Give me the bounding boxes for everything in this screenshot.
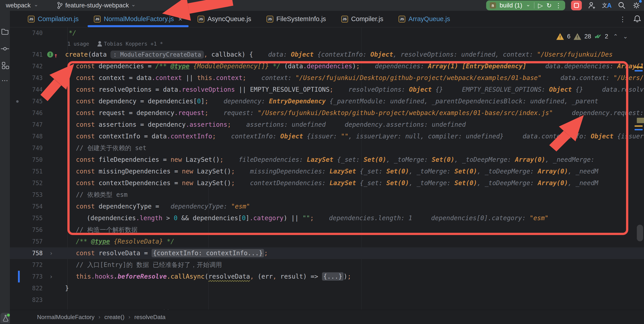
line-number: 751 [10,166,43,177]
scrollbar-thumb[interactable] [637,225,643,241]
line-number: 749 [10,142,43,154]
code-line-747: 747const assertions = dependency.asserti… [10,119,644,131]
code-line-742: 742const dependencies = /** @type {Modul… [10,61,644,72]
code-text[interactable]: */ [69,28,76,39]
divider [534,2,534,9]
code-text[interactable]: // 构造一个解析数据 [76,224,138,236]
breadcrumb-item-create()[interactable]: create() [104,314,124,321]
code-text[interactable]: const dependencyType = dependencyType: "… [76,201,250,212]
code-text[interactable]: const dependencies = /** @type {ModuleDe… [76,61,644,72]
line-number: 746 [10,107,43,119]
chevron-down-icon[interactable]: ⌄ [526,1,530,8]
tab-ArrayQueue.js[interactable]: JSArrayQueue.js [391,11,458,27]
code-line-740: 740*/ [10,28,644,39]
prev-problem-icon[interactable]: ⌃ [613,33,618,40]
code-text[interactable]: 1 usage Tobias Koppers +1 * [67,38,163,50]
fold-arrow-icon[interactable]: › [50,271,53,282]
code-line-823: 823 [10,294,644,306]
line-number: 753 [10,189,43,201]
code-text[interactable]: Tobias Koppers [157,306,201,310]
code-text[interactable]: /** @type {ResolveData} */ [76,236,174,247]
commit-tool-icon[interactable] [0,45,10,53]
code-text[interactable]: create(data : ModuleFactoryCreateData, c… [65,49,612,61]
translate-icon[interactable]: 文A [602,2,612,9]
code-text[interactable]: const request = dependency.request; requ… [76,107,644,119]
code-line-822: 822} [10,282,644,294]
code-editor[interactable]: 740*/1 usage Tobias Koppers +1 *741I↑cre… [10,28,644,310]
error-triangle-icon: ! [556,33,564,40]
code-text[interactable]: // 入口[Entry]的 数据 已经准备好了，开始调用 [76,259,222,271]
more-tool-windows-icon[interactable]: ⋯ [0,76,10,84]
editor-tab-bar: JSCompilation.jsJSNormalModuleFactory.js… [10,11,644,28]
tab-FileSystemInfo.js[interactable]: JSFileSystemInfo.js [259,11,334,27]
code-text[interactable]: const dependency = dependencies[0]; depe… [76,96,598,107]
line-number: 772 [10,259,43,271]
bottom-left-tool-icon[interactable] [0,313,11,323]
tab-AsyncQueue.js[interactable]: JSAsyncQueue.js [190,11,259,27]
code-text[interactable]: // 创建关于依赖的 set [76,142,146,154]
stop-button[interactable] [571,1,582,10]
code-text[interactable]: const contextDependencies = new LazySet(… [76,177,598,189]
code-line: 1 usage Tobias Koppers +1 * [10,38,644,50]
override-arrow-icon[interactable]: ↑ [54,50,58,61]
fold-arrow-icon[interactable]: › [50,247,53,259]
notifications-bell-icon[interactable] [633,14,642,24]
search-icon[interactable] [618,1,626,10]
user-icon [97,41,102,47]
vcs-change-bar [18,271,20,282]
tab-Compilation.js[interactable]: JSCompilation.js [20,11,86,27]
add-user-button[interactable] [588,1,596,10]
tab-label: NormalModuleFactory.js [104,15,174,23]
code-text[interactable]: const resolveData = {contextInfo: contex… [76,247,268,259]
crumb-separator: › [98,314,100,320]
code-text[interactable]: const context = data.context || this.con… [76,72,644,84]
code-line-749: 749// 创建关于依赖的 set [10,142,644,154]
run-configuration[interactable]: build (1) [500,2,522,9]
code-text[interactable]: const contextInfo = data.contextInfo; co… [76,131,644,142]
code-line-755: 755(dependencies.length > 0 && dependenc… [10,212,644,224]
code-text[interactable]: const fileDependencies = new LazySet(); … [76,154,594,166]
git-branch-icon [56,2,63,9]
js-file-icon: JS [398,16,405,23]
tab-NormalModuleFactory.js[interactable]: JSNormalModuleFactory.js× [86,11,190,27]
crumb-separator: › [128,314,130,320]
chevron-down-icon: ⌄ [131,1,136,8]
tab-label: AsyncQueue.js [208,15,251,23]
code-line-756: 756// 构造一个解析数据 [10,224,644,236]
status-dot [7,314,10,316]
breadcrumb-item-NormalModuleFactory[interactable]: NormalModuleFactory [37,314,94,321]
code-text[interactable]: const assertions = dependency.assertions… [76,119,466,131]
line-number: 742 [10,61,43,72]
code-line-748: 748const contextInfo = data.contextInfo;… [10,131,644,142]
code-text[interactable]: const resolveOptions = data.resolveOptio… [76,84,644,96]
breadcrumb-item-resolveData[interactable]: resolveData [134,314,166,321]
tab-Compiler.js[interactable]: JSCompiler.js [334,11,391,27]
code-text[interactable]: // 依赖类型 esm [76,189,128,201]
run-more-menu[interactable]: ⋮ [555,2,562,9]
vcs-branch-widget[interactable]: feature-study-webpack ⌄ [56,2,136,9]
tab-label: ArrayQueue.js [408,15,450,23]
inspections-widget[interactable]: ! 6 ! 28 ✔✔ 2 ⌃ ⌄ [556,33,628,40]
implemented-marker-icon[interactable]: I [47,52,53,58]
tab-label: FileSystemInfo.js [276,15,326,23]
project-tool-icon[interactable] [0,28,10,35]
code-text[interactable]: const missingDependencies = new LazySet(… [76,166,598,177]
run-button[interactable]: ▷ [538,2,543,9]
tab-label: Compilation.js [38,15,78,23]
line-number: 741 [10,49,43,61]
structure-tool-icon[interactable] [0,61,10,70]
project-selector[interactable]: webpack [6,2,31,9]
code-line-753: 753// 依赖类型 esm [10,189,644,201]
js-file-icon: JS [28,16,34,23]
js-file-icon: JS [266,16,273,23]
next-problem-icon[interactable]: ⌄ [623,33,628,40]
code-text[interactable]: this.hooks.beforeResolve.callAsync(resol… [76,271,351,282]
code-text[interactable]: } [65,282,69,294]
code-text[interactable]: (dependencies.length > 0 && dependencies… [87,212,548,224]
tab-options-icon[interactable]: ⋮ [619,15,626,23]
settings-gear-icon[interactable] [632,1,641,10]
tab-close-icon[interactable]: × [178,15,182,23]
rerun-button[interactable]: ↻ [546,2,552,9]
code-line-746: 746const request = dependency.request; r… [10,107,644,119]
line-number: 740 [10,28,43,39]
